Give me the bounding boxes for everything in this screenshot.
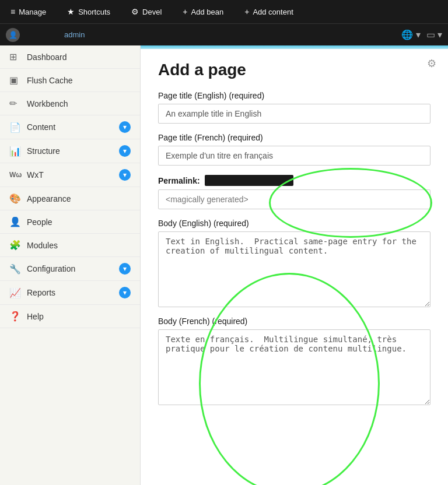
username: admin [64, 30, 85, 39]
permalink-url-redacted [205, 175, 293, 186]
sidebar-item-appearance[interactable]: 🎨 Appearance [0, 187, 140, 210]
permalink-label: Permalink: [158, 176, 200, 185]
chevron-down-icon: ▾ [119, 263, 131, 275]
permalink-row: Permalink: [158, 175, 430, 186]
plus-icon-bean: + [183, 7, 187, 16]
sidebar-item-help[interactable]: ❓ Help [0, 305, 140, 328]
people-icon: 👤 [9, 216, 21, 227]
manage-menu[interactable]: ≡ Manage [6, 5, 51, 19]
dashboard-icon: ⊞ [9, 51, 21, 62]
sidebar-item-modules[interactable]: 🧩 Modules [0, 234, 140, 257]
configuration-icon: 🔧 [9, 263, 21, 275]
devel-label: Devel [142, 8, 162, 16]
star-icon: ★ [67, 7, 75, 16]
sidebar-item-label: Reports [27, 288, 119, 297]
structure-icon: 📊 [9, 146, 21, 157]
body-en-textarea[interactable]: Text in English. Practical same-page ent… [158, 231, 430, 307]
page-heading: Add a page [158, 61, 430, 79]
shortcuts-menu[interactable]: ★ Shortcuts [62, 5, 115, 19]
sidebar-item-wxt[interactable]: Wω WxT ▾ [0, 163, 140, 187]
add-bean-menu[interactable]: + Add bean [178, 5, 228, 19]
sidebar-item-label: Workbench [27, 99, 131, 108]
avatar: 👤 [6, 28, 20, 42]
sidebar-item-workbench[interactable]: ✏ Workbench [0, 92, 140, 115]
sidebar-item-flush-cache[interactable]: ▣ Flush Cache [0, 69, 140, 92]
add-bean-label: Add bean [191, 8, 224, 16]
main-layout: ⊞ Dashboard ▣ Flush Cache ✏ Workbench 📄 … [0, 45, 448, 485]
modules-icon: 🧩 [9, 240, 21, 251]
reports-icon: 📈 [9, 287, 21, 298]
settings-icon[interactable]: ⚙ [427, 57, 436, 70]
manage-label: Manage [19, 8, 46, 16]
wxt-icon: Wω [9, 171, 21, 179]
sidebar-item-label: Structure [27, 146, 119, 156]
sidebar-item-configuration[interactable]: 🔧 Configuration ▾ [0, 257, 140, 281]
sidebar-item-label: WxT [27, 170, 119, 180]
sidebar-item-structure[interactable]: 📊 Structure ▾ [0, 139, 140, 163]
devel-menu[interactable]: ⚙ Devel [127, 5, 166, 19]
flush-cache-icon: ▣ [9, 75, 21, 86]
username-redacted [24, 31, 60, 39]
chevron-down-icon: ▾ [119, 145, 131, 157]
sidebar-item-label: Help [27, 312, 131, 321]
sidebar-item-reports[interactable]: 📈 Reports ▾ [0, 281, 140, 305]
sidebar-item-label: Modules [27, 241, 131, 250]
globe-button[interactable]: 🌐 ▾ [401, 29, 420, 40]
user-info: 👤 admin [6, 28, 85, 42]
sidebar-item-label: Content [27, 122, 119, 132]
top-navigation: ≡ Manage ★ Shortcuts ⚙ Devel + Add bean … [0, 0, 448, 23]
permalink-input[interactable] [158, 189, 430, 209]
sidebar-item-dashboard[interactable]: ⊞ Dashboard [0, 45, 140, 69]
sidebar-item-label: Flush Cache [27, 76, 131, 85]
content-inner: ⚙ Add a page Page title (English) (requi… [141, 45, 448, 485]
title-fr-input[interactable] [158, 146, 430, 166]
workbench-icon: ✏ [9, 98, 21, 109]
sidebar-item-label: Dashboard [27, 52, 131, 62]
body-en-label: Body (English) (required) [158, 219, 430, 228]
sidebar-item-label: Appearance [27, 194, 131, 203]
device-button[interactable]: ▭ ▾ [426, 29, 442, 40]
sidebar-item-people[interactable]: 👤 People [0, 210, 140, 234]
title-fr-label: Page title (French) (required) [158, 133, 430, 142]
add-content-label: Add content [253, 8, 293, 16]
appearance-icon: 🎨 [9, 193, 21, 204]
chevron-down-icon: ▾ [119, 169, 131, 181]
add-content-menu[interactable]: + Add content [240, 5, 298, 19]
content-icon: 📄 [9, 122, 21, 133]
content-area: ⚙ Add a page Page title (English) (requi… [141, 45, 448, 485]
plus-icon-content: + [244, 7, 249, 16]
gear-icon: ⚙ [131, 7, 139, 16]
top-accent-bar [141, 45, 448, 49]
shortcuts-label: Shortcuts [78, 8, 110, 16]
body-fr-textarea[interactable]: Texte en français. Multilingue simultané… [158, 329, 430, 405]
title-en-input[interactable] [158, 104, 430, 124]
chevron-down-icon: ▾ [119, 287, 131, 298]
hamburger-icon: ≡ [10, 7, 15, 16]
sidebar-item-content[interactable]: 📄 Content ▾ [0, 115, 140, 139]
title-en-label: Page title (English) (required) [158, 91, 430, 100]
sidebar: ⊞ Dashboard ▣ Flush Cache ✏ Workbench 📄 … [0, 45, 141, 485]
sidebar-item-label: Configuration [27, 264, 119, 273]
user-bar: 👤 admin 🌐 ▾ ▭ ▾ [0, 23, 448, 45]
chevron-down-icon: ▾ [119, 121, 131, 133]
user-actions: 🌐 ▾ ▭ ▾ [401, 29, 442, 40]
help-icon: ❓ [9, 311, 21, 322]
body-fr-label: Body (French) (required) [158, 317, 430, 326]
sidebar-item-label: People [27, 217, 131, 227]
